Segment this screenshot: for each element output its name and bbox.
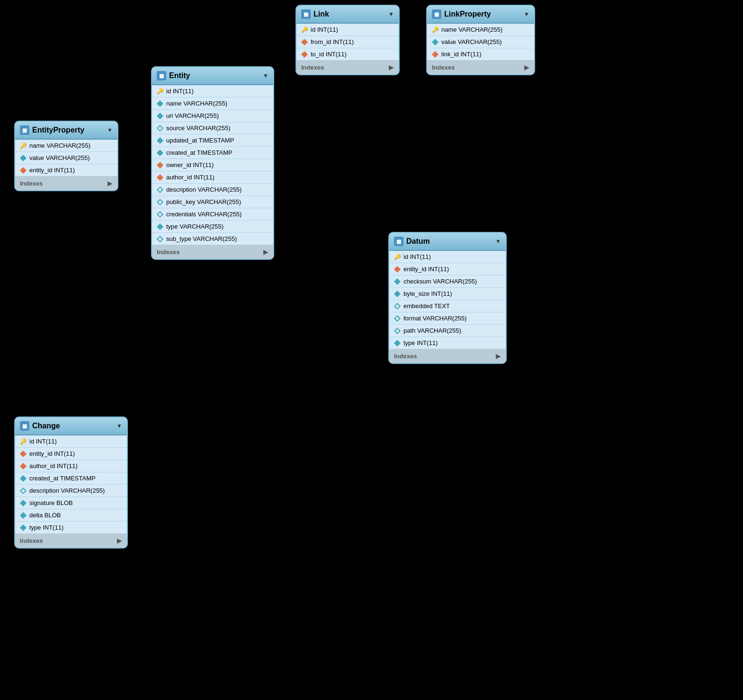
entity-property-dropdown-icon[interactable]: ▼ <box>107 127 113 133</box>
table-row: to_id INT(11) <box>296 48 399 60</box>
table-row: entity_id INT(11) <box>15 164 117 176</box>
table-row: description VARCHAR(255) <box>152 184 273 196</box>
change-table-header[interactable]: ▦ Change ▼ <box>15 417 127 435</box>
field-icon <box>432 39 439 45</box>
link-table: ▦ Link ▼ 🔑id INT(11) from_id INT(11) to_… <box>295 5 400 75</box>
table-row: entity_id INT(11) <box>389 263 506 275</box>
link-property-dropdown-icon[interactable]: ▼ <box>524 11 529 18</box>
datum-dropdown-icon[interactable]: ▼ <box>495 238 501 245</box>
table-row: updated_at TIMESTAMP <box>152 134 273 147</box>
table-row: entity_id INT(11) <box>15 448 127 460</box>
link-property-indexes[interactable]: Indexes ▶ <box>427 60 534 74</box>
key-icon: 🔑 <box>394 254 401 260</box>
table-row: credentials VARCHAR(255) <box>152 208 273 221</box>
link-property-table-header[interactable]: ▦ LinkProperty ▼ <box>427 6 534 24</box>
table-row: 🔑id INT(11) <box>296 24 399 36</box>
key-icon: 🔑 <box>20 142 27 149</box>
entity-property-indexes-arrow: ▶ <box>107 179 113 187</box>
entity-indexes-label: Indexes <box>157 248 179 256</box>
link-property-table-body: 🔑name VARCHAR(255) value VARCHAR(255) li… <box>427 24 534 60</box>
table-row: type VARCHAR(255) <box>152 221 273 233</box>
link-property-table: ▦ LinkProperty ▼ 🔑name VARCHAR(255) valu… <box>426 5 535 75</box>
link-property-table-title: LinkProperty <box>444 10 491 18</box>
fk-icon <box>157 162 163 168</box>
table-row: source VARCHAR(255) <box>152 122 273 134</box>
nullable-icon <box>394 328 401 334</box>
change-table: ▦ Change ▼ 🔑id INT(11) entity_id INT(11)… <box>14 416 128 549</box>
nullable-icon <box>157 236 163 242</box>
entity-property-indexes[interactable]: Indexes ▶ <box>15 176 117 190</box>
datum-indexes-label: Indexes <box>394 353 417 360</box>
link-table-title: Link <box>313 10 329 18</box>
key-icon: 🔑 <box>432 27 439 33</box>
entity-table-header[interactable]: ▦ Entity ▼ <box>152 67 273 85</box>
table-row: type INT(11) <box>389 337 506 349</box>
table-row: 🔑name VARCHAR(255) <box>427 24 534 36</box>
nullable-icon <box>394 303 401 310</box>
datum-table-header[interactable]: ▦ Datum ▼ <box>389 233 506 251</box>
datum-table: ▦ Datum ▼ 🔑id INT(11) entity_id INT(11) … <box>388 232 507 364</box>
table-row: value VARCHAR(255) <box>427 36 534 48</box>
entity-indexes-arrow: ▶ <box>263 248 269 256</box>
field-icon <box>157 100 163 107</box>
change-indexes-arrow: ▶ <box>117 537 122 544</box>
change-indexes-label: Indexes <box>20 537 43 544</box>
link-dropdown-icon[interactable]: ▼ <box>388 11 394 18</box>
datum-table-icon: ▦ <box>394 237 403 246</box>
field-icon <box>157 150 163 156</box>
key-icon: 🔑 <box>301 27 308 33</box>
entity-property-table-header[interactable]: ▦ EntityProperty ▼ <box>15 122 117 140</box>
change-dropdown-icon[interactable]: ▼ <box>116 423 122 429</box>
nullable-icon <box>157 199 163 205</box>
table-row: 🔑id INT(11) <box>389 251 506 263</box>
datum-table-body: 🔑id INT(11) entity_id INT(11) checksum V… <box>389 251 506 349</box>
change-table-icon: ▦ <box>20 421 29 431</box>
entity-dropdown-icon[interactable]: ▼ <box>263 72 269 79</box>
field-icon <box>20 500 27 506</box>
table-row: checksum VARCHAR(255) <box>389 275 506 288</box>
change-table-body: 🔑id INT(11) entity_id INT(11) author_id … <box>15 435 127 533</box>
nullable-icon <box>394 315 401 322</box>
table-row: signature BLOB <box>15 497 127 509</box>
link-table-header[interactable]: ▦ Link ▼ <box>296 6 399 24</box>
link-table-icon: ▦ <box>301 9 311 19</box>
table-row: format VARCHAR(255) <box>389 312 506 325</box>
table-row: author_id INT(11) <box>152 171 273 184</box>
entity-property-indexes-label: Indexes <box>20 180 43 187</box>
fk-icon <box>20 463 27 470</box>
key-icon: 🔑 <box>20 438 27 445</box>
entity-table: ▦ Entity ▼ 🔑id INT(11) name VARCHAR(255)… <box>151 66 274 260</box>
field-icon <box>20 155 27 161</box>
field-icon <box>394 340 401 346</box>
key-icon: 🔑 <box>157 88 163 95</box>
fk-icon <box>157 174 163 181</box>
datum-indexes-arrow: ▶ <box>496 352 501 360</box>
datum-indexes[interactable]: Indexes ▶ <box>389 349 506 363</box>
table-row: 🔑name VARCHAR(255) <box>15 140 117 152</box>
field-icon <box>20 475 27 482</box>
nullable-icon <box>157 125 163 132</box>
entity-table-body: 🔑id INT(11) name VARCHAR(255) uri VARCHA… <box>152 85 273 245</box>
field-icon <box>20 524 27 531</box>
fk-icon <box>394 266 401 273</box>
table-row: value VARCHAR(255) <box>15 152 117 164</box>
fk-icon <box>301 39 308 45</box>
entity-property-table: ▦ EntityProperty ▼ 🔑name VARCHAR(255) va… <box>14 121 118 191</box>
nullable-icon <box>157 186 163 193</box>
entity-table-title: Entity <box>169 71 190 80</box>
table-row: link_id INT(11) <box>427 48 534 60</box>
table-row: 🔑id INT(11) <box>152 85 273 97</box>
table-row: path VARCHAR(255) <box>389 325 506 337</box>
change-indexes[interactable]: Indexes ▶ <box>15 533 127 548</box>
field-icon <box>394 278 401 285</box>
link-indexes[interactable]: Indexes ▶ <box>296 60 399 74</box>
datum-table-title: Datum <box>406 237 430 246</box>
entity-indexes[interactable]: Indexes ▶ <box>152 245 273 259</box>
link-property-indexes-label: Indexes <box>432 64 455 71</box>
table-row: owner_id INT(11) <box>152 159 273 171</box>
link-property-table-icon: ▦ <box>432 9 441 19</box>
table-row: uri VARCHAR(255) <box>152 110 273 122</box>
fk-icon <box>20 451 27 457</box>
table-row: sub_type VARCHAR(255) <box>152 233 273 245</box>
fk-icon <box>20 167 27 174</box>
